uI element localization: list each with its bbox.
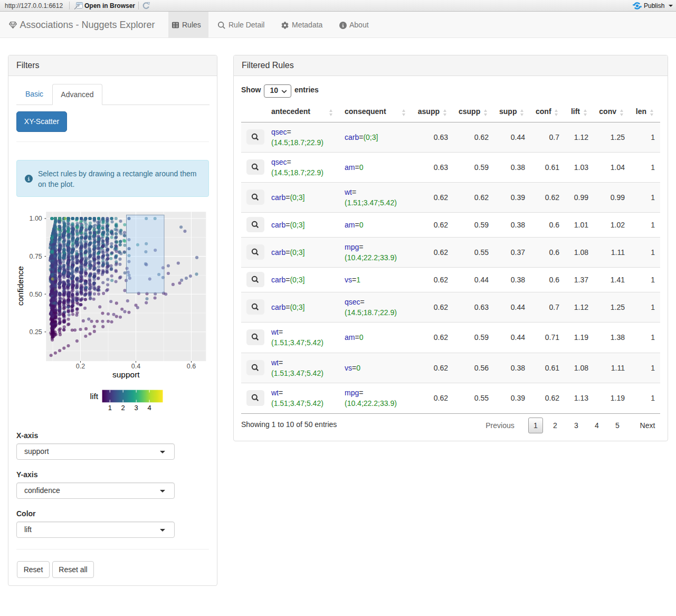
svg-text:2: 2: [121, 404, 125, 412]
svg-text:support: support: [112, 370, 140, 379]
svg-text:lift: lift: [90, 392, 99, 401]
svg-text:1: 1: [108, 404, 112, 412]
svg-text:0.6: 0.6: [187, 363, 196, 370]
svg-text:0.25: 0.25: [29, 328, 42, 336]
svg-text:4: 4: [147, 404, 151, 412]
svg-text:0.75: 0.75: [29, 253, 42, 260]
svg-text:1.00: 1.00: [29, 215, 42, 222]
svg-text:3: 3: [135, 404, 138, 412]
svg-text:0.50: 0.50: [29, 291, 42, 298]
svg-text:0.4: 0.4: [131, 363, 140, 370]
svg-text:confidence: confidence: [16, 266, 25, 306]
svg-text:0.2: 0.2: [76, 363, 85, 370]
